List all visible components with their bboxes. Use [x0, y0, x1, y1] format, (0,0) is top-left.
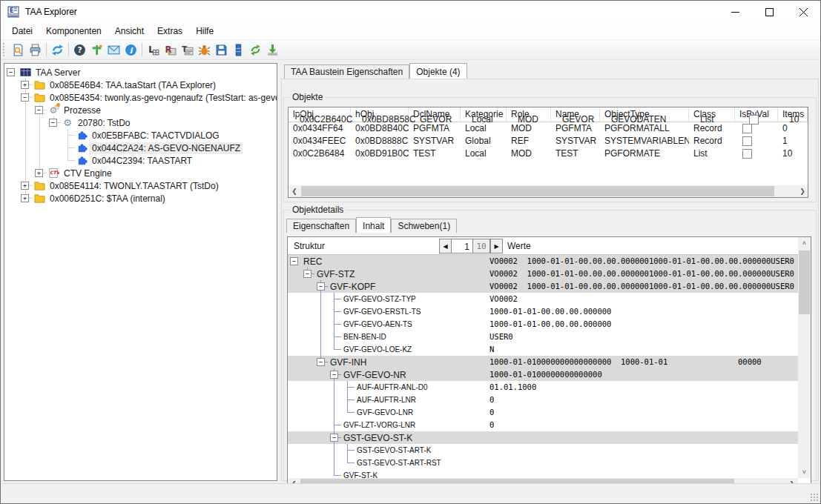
detail-tree-row[interactable]: GVF-ST-K: [288, 469, 798, 478]
isbyval-checkbox[interactable]: [742, 136, 752, 146]
pager-current-page[interactable]: 1: [452, 239, 473, 253]
scroll-right-arrow[interactable]: ❯: [797, 185, 808, 197]
table-row[interactable]: 0x0434FEEC0x0BD8888CSYSTVARGlobalREFSYST…: [288, 135, 808, 147]
menu-ansicht[interactable]: Ansicht: [108, 24, 151, 39]
tree-item[interactable]: +CTVCTV Engine: [4, 167, 277, 179]
detail-tree-row[interactable]: GST-GEVO-ST-ART-K: [288, 444, 798, 457]
scroll-up-arrow[interactable]: ˄: [798, 237, 811, 249]
tree-item[interactable]: −⚙⚙Prozesse: [4, 104, 277, 116]
help-button[interactable]: ?: [71, 42, 88, 59]
columns-button[interactable]: [230, 42, 247, 59]
tree-item[interactable]: 0x044C2A24: AS-GEVO-NGENAUFZ: [4, 142, 277, 154]
collapse-box[interactable]: −: [330, 371, 338, 379]
collapse-box[interactable]: −: [290, 257, 298, 265]
tree-guide-line: [334, 406, 334, 419]
scroll-thumb[interactable]: [301, 186, 774, 196]
pager-next-button[interactable]: ▶: [490, 239, 503, 253]
detail-tree-row[interactable]: AUF-AUFTR-ANL-D001.01.1000: [288, 381, 798, 394]
menu-extras[interactable]: Extras: [151, 24, 189, 39]
signpost-button[interactable]: [88, 42, 105, 59]
detail-tree-row[interactable]: GVF-GEVO-ERSTL-TS1000-01-01-00.00.00.000…: [288, 305, 798, 318]
list-objects-button[interactable]: L: [145, 42, 162, 59]
sync-button[interactable]: [49, 42, 66, 59]
collapse-box[interactable]: −: [317, 358, 325, 366]
tab-taa-baustein-eigenschaften[interactable]: TAA Baustein Eigenschaften: [284, 64, 409, 79]
refresh-button[interactable]: [247, 42, 264, 59]
toolbar-grip[interactable]: [3, 43, 7, 56]
table-row[interactable]: 0x0C2B64840x0BD91B0CTESTLocalMODTESTPGFO…: [288, 147, 808, 160]
menu-hilfe[interactable]: Hilfe: [189, 24, 220, 39]
scroll-down-arrow[interactable]: ˅: [798, 466, 811, 478]
detail-tree-row[interactable]: GST-GEVO-ST-ART-RST: [288, 457, 798, 469]
tab-eigenschaften[interactable]: Eigenschaften: [286, 219, 356, 233]
tree-item[interactable]: +0x006D251C: $TAA (internal): [4, 192, 277, 205]
refresh-icon: [249, 44, 262, 56]
collapse-box[interactable]: −: [35, 106, 43, 114]
menu-komponenten[interactable]: Komponenten: [39, 24, 108, 39]
tree-item-label: Prozesse: [62, 105, 103, 116]
detail-tree-row[interactable]: BEN-BEN-IDUSER0: [288, 331, 798, 343]
detail-tree-row[interactable]: AUF-AUFTR-LNR0: [288, 394, 798, 406]
tab-inhalt[interactable]: Inhalt: [356, 217, 391, 233]
tree-indent: [4, 91, 19, 104]
preview-document-button[interactable]: [10, 42, 27, 59]
scroll-thumb[interactable]: [799, 251, 810, 314]
print-button[interactable]: [27, 42, 44, 59]
table-row[interactable]: 0x0C2B640C0x0BD8B58CGEVORLocalMODGEVORGE…: [295, 113, 303, 114]
mail-button[interactable]: [105, 42, 122, 59]
tree-item[interactable]: +0x085E4114: TWONLY.TAASTART (TstDo): [4, 179, 277, 192]
save-button[interactable]: [213, 42, 230, 59]
collapse-box[interactable]: −: [21, 93, 29, 102]
detail-tree-row[interactable]: GVF-GEVO-LOE-KZN: [288, 343, 798, 356]
tree-item[interactable]: −⚙20780: TstDo: [4, 116, 277, 129]
collapse-box[interactable]: −: [303, 270, 311, 278]
tree-item[interactable]: +0x085E46B4: TAA.taaStart (TAA Explorer): [4, 79, 277, 91]
detail-tree-row[interactable]: −GVF-KOPFVO0002 1000-01-01-00.00.00.0000…: [288, 280, 798, 293]
table-cell: Local: [461, 147, 507, 160]
detail-tree-row[interactable]: GVF-GEVO-STZ-TYPVO0002: [288, 293, 798, 305]
objects-h-scrollbar[interactable]: ❮ ❯: [288, 185, 808, 197]
expand-box[interactable]: +: [35, 169, 43, 177]
detail-tree-row[interactable]: −GST-GEVO-ST-K: [288, 431, 798, 444]
svg-text:T: T: [182, 44, 188, 53]
tree-item[interactable]: 0x044C2394: TAASTART: [4, 154, 277, 167]
text-objects-button[interactable]: T: [179, 42, 196, 59]
detail-tree-row[interactable]: GVF-GEVO-AEN-TS1000-01-01-00.00.00.00000…: [288, 318, 798, 331]
detail-tree-row[interactable]: −GVF-INH1000-01-010000000000000000 1000-…: [288, 356, 798, 368]
detail-tree-row[interactable]: −GVF-GEVO-NR1000-01-0100000000000000: [288, 368, 798, 381]
expand-box[interactable]: +: [21, 182, 29, 190]
tree-item[interactable]: −0x085E4354: twonly.as-gevo-ngenaufz (Te…: [4, 91, 277, 104]
tab-schweben[interactable]: Schweben(1): [391, 219, 457, 233]
maximize-button[interactable]: [752, 1, 786, 23]
record-objects-button[interactable]: R: [162, 42, 179, 59]
tab-objekte[interactable]: Objekte (4): [409, 63, 466, 79]
folder-icon: [33, 79, 46, 91]
collapse-box[interactable]: −: [7, 68, 15, 76]
collapse-box[interactable]: −: [317, 282, 325, 291]
expand-box[interactable]: +: [21, 194, 29, 202]
collapse-box[interactable]: −: [49, 119, 57, 127]
detail-tree-row[interactable]: −GVF-STZVO0002 1000-01-01-00.00.00.00000…: [288, 268, 798, 280]
minimize-button[interactable]: [718, 1, 752, 23]
menu-datei[interactable]: Datei: [5, 24, 39, 39]
detail-tree-row[interactable]: GVF-LZT-VORG-LNR0: [288, 419, 798, 431]
tree-indent: [4, 142, 19, 154]
isbyval-checkbox[interactable]: [742, 149, 752, 159]
close-button[interactable]: [786, 1, 820, 23]
scroll-left-arrow[interactable]: ❮: [288, 185, 300, 197]
pager-prev-button[interactable]: ◀: [439, 239, 452, 253]
import-button[interactable]: [264, 42, 281, 59]
expand-box[interactable]: +: [21, 81, 29, 89]
collapse-box[interactable]: −: [330, 434, 338, 442]
detail-v-scrollbar[interactable]: ˄ ˅: [798, 237, 811, 478]
tree-elbow: −: [301, 268, 314, 280]
info-button[interactable]: i: [122, 42, 139, 59]
isbyval-checkbox[interactable]: [749, 115, 759, 125]
tree-item[interactable]: 0x0E5BFABC: TAACTVDIALOG: [4, 129, 277, 142]
debug-button[interactable]: [196, 42, 213, 59]
tree-item[interactable]: −TAA Server: [4, 66, 277, 79]
tree-elbow: [328, 293, 341, 305]
detail-tree-row[interactable]: −RECVO0002 1000-01-01-00.00.00.000000100…: [288, 255, 798, 268]
detail-tree-row[interactable]: GVF-GEVO-LNR0: [288, 406, 798, 419]
resize-grip[interactable]: [810, 493, 819, 502]
